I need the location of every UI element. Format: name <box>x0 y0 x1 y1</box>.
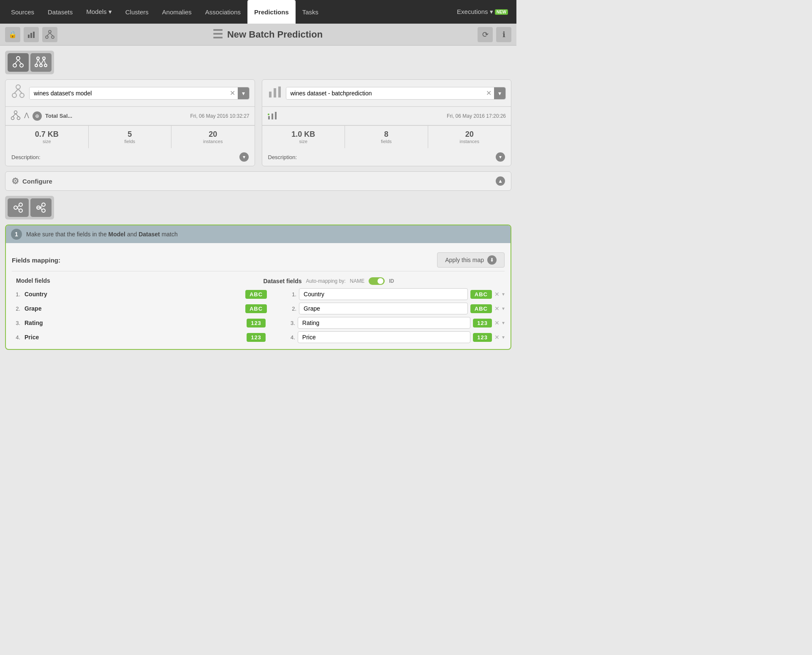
nav-datasets[interactable]: Datasets <box>41 0 79 24</box>
dataset-clear-1[interactable]: ✕ <box>494 291 500 298</box>
model-description-toggle[interactable]: ▾ <box>239 152 249 162</box>
model-info-label: Total Sal... <box>45 113 187 119</box>
configure-btn-1[interactable] <box>8 198 29 217</box>
svg-point-27 <box>14 111 17 114</box>
refresh-icon[interactable]: ⟳ <box>478 27 493 42</box>
dataset-input[interactable] <box>286 87 484 99</box>
configure-toggle[interactable]: ▲ <box>496 176 505 186</box>
field-num-2: 2. <box>12 306 20 312</box>
model-type-tree[interactable] <box>8 53 29 72</box>
dataset-size-stat: 1.0 KB size <box>262 126 345 148</box>
svg-point-22 <box>16 85 20 89</box>
dataset-input-2[interactable] <box>299 303 468 314</box>
svg-rect-34 <box>278 87 281 97</box>
svg-point-5 <box>52 36 54 38</box>
dataset-selector: ✕ ▾ <box>262 80 511 107</box>
svg-point-14 <box>43 57 45 60</box>
dataset-description-toggle[interactable]: ▾ <box>496 152 505 162</box>
dataset-dropdown-4[interactable]: ▾ <box>502 334 505 340</box>
model-input[interactable] <box>30 87 227 99</box>
dataset-dropdown-2[interactable]: ▾ <box>502 306 505 311</box>
id-label: ID <box>389 278 394 284</box>
dataset-input-4[interactable] <box>298 331 470 343</box>
nav-executions[interactable]: Executions ▾ NEW <box>453 8 512 16</box>
configure-btn-2[interactable] <box>30 198 52 217</box>
dataset-clear-2[interactable]: ✕ <box>494 305 500 312</box>
svg-rect-33 <box>274 88 276 97</box>
field-name-4: Price <box>24 334 242 341</box>
nav-tasks[interactable]: Tasks <box>296 0 325 24</box>
svg-line-30 <box>13 114 16 117</box>
dataset-num-1: 1. <box>288 291 296 298</box>
svg-line-18 <box>36 60 38 64</box>
svg-point-16 <box>40 64 42 67</box>
svg-point-28 <box>11 117 14 120</box>
model-clear-icon[interactable]: ✕ <box>227 89 238 97</box>
svg-line-42 <box>17 206 19 208</box>
model-size-stat: 0.7 KB size <box>5 126 89 148</box>
configure-title: ⚙ Configure <box>11 176 52 186</box>
svg-point-40 <box>19 203 22 206</box>
field-num-3: 3. <box>12 320 20 326</box>
dataset-stats: 1.0 KB size 8 fields 20 instances <box>262 125 511 148</box>
model-type-ensemble[interactable] <box>30 53 52 72</box>
mapping-toolbar: Fields mapping: Apply this map ⬇ <box>12 249 505 271</box>
field-rows: 1. Country ABC 1. ABC ✕ ▾ 2. Grape ABC 2… <box>12 288 505 343</box>
svg-rect-37 <box>275 112 277 119</box>
nav-predictions[interactable]: Predictions <box>247 0 296 24</box>
dataset-dropdown-1[interactable]: ▾ <box>502 291 505 297</box>
svg-line-20 <box>41 60 44 64</box>
model-stats: 0.7 KB size 5 fields 20 instances <box>5 125 255 148</box>
model-info: Λ ⊕ Total Sal... Fri, 06 May 2016 10:32:… <box>5 107 255 125</box>
dataset-fields-stat: 8 fields <box>345 126 428 148</box>
page-title: ☰ New Batch Prediction <box>61 27 474 41</box>
nav-models[interactable]: Models ▾ <box>79 0 119 24</box>
network-icon[interactable] <box>42 27 57 42</box>
page-toolbar: 🔒 ☰ New Batch Prediction ⟳ ℹ <box>0 24 516 46</box>
configure-icon-row <box>5 196 54 219</box>
dataset-input-1[interactable] <box>299 288 468 300</box>
field-name-2: Grape <box>24 305 241 312</box>
svg-line-21 <box>44 60 46 64</box>
svg-line-31 <box>16 114 19 117</box>
dataset-dropdown-icon[interactable]: ▾ <box>494 87 505 99</box>
svg-point-23 <box>12 93 16 97</box>
name-label: NAME <box>350 278 365 284</box>
dataset-field-4: 4. 123 ✕ ▾ <box>287 331 505 343</box>
svg-point-45 <box>42 203 45 206</box>
dataset-field-1: 1. ABC ✕ ▾ <box>288 288 505 300</box>
dataset-clear-3[interactable]: ✕ <box>494 319 500 326</box>
svg-point-29 <box>17 117 20 120</box>
nav-sources[interactable]: Sources <box>4 0 41 24</box>
bar-chart-icon[interactable] <box>24 27 39 42</box>
field-num-1: 1. <box>12 291 20 298</box>
apply-map-button[interactable]: Apply this map ⬇ <box>437 252 505 268</box>
auto-map-toggle[interactable] <box>369 277 385 285</box>
svg-point-17 <box>44 64 47 67</box>
dataset-field-3: 3. 123 ✕ ▾ <box>287 317 505 329</box>
svg-line-26 <box>18 89 22 93</box>
nav-clusters[interactable]: Clusters <box>119 0 155 24</box>
svg-point-8 <box>16 57 20 60</box>
svg-point-38 <box>268 114 269 115</box>
dataset-type-1: ABC <box>470 290 492 299</box>
svg-line-6 <box>47 33 50 36</box>
svg-point-13 <box>37 57 39 60</box>
svg-point-15 <box>35 64 38 67</box>
model-description: Description: ▾ <box>5 148 255 166</box>
model-dropdown-icon[interactable]: ▾ <box>238 87 249 99</box>
svg-rect-32 <box>269 92 272 97</box>
dataset-input-3[interactable] <box>298 317 470 329</box>
model-lambda-icon: Λ <box>24 111 29 120</box>
info-icon[interactable]: ℹ <box>496 27 511 42</box>
dataset-info-date: Fri, 06 May 2016 17:20:26 <box>447 113 506 119</box>
nav-anomalies[interactable]: Anomalies <box>155 0 198 24</box>
model-tree-icon <box>11 84 26 102</box>
field-name-1: Country <box>24 291 241 298</box>
nav-associations[interactable]: Associations <box>198 0 247 24</box>
dataset-clear-icon[interactable]: ✕ <box>483 89 494 97</box>
field-row-1: 1. Country ABC 1. ABC ✕ ▾ <box>12 288 505 300</box>
dataset-clear-4[interactable]: ✕ <box>494 334 500 341</box>
dataset-description: Description: ▾ <box>262 148 511 166</box>
dataset-dropdown-3[interactable]: ▾ <box>502 320 505 326</box>
